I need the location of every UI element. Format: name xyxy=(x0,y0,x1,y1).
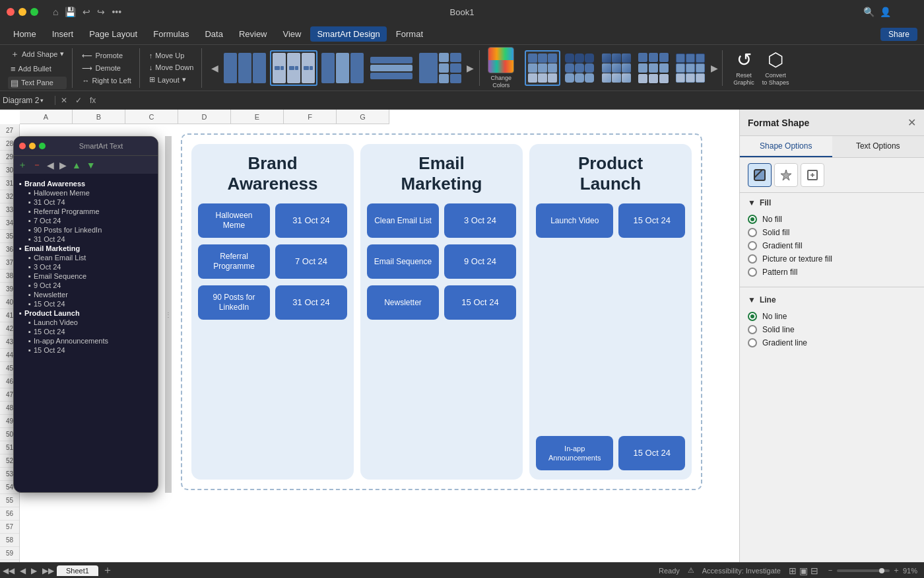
menu-formulas[interactable]: Formulas xyxy=(147,26,195,42)
close-button[interactable] xyxy=(7,8,15,16)
layout-thumb-3[interactable] xyxy=(319,50,366,86)
task-15oct24-launch[interactable]: 15 Oct 24 xyxy=(618,203,685,238)
tab-shape-options[interactable]: Shape Options xyxy=(740,136,832,157)
diagram-area[interactable]: BrandAwareness HalloweenMeme 31 Oct 24 R… xyxy=(172,124,713,497)
style-thumb-5[interactable] xyxy=(673,50,708,86)
share-icon[interactable]: 👤 xyxy=(880,7,891,17)
task-newsletter[interactable]: Newsletter xyxy=(367,285,439,320)
task-clean-email[interactable]: Clean Email List xyxy=(367,203,439,238)
layout-thumb-5[interactable] xyxy=(416,50,464,86)
sheet-prev-single[interactable]: ◀ xyxy=(17,566,28,575)
page-break-icon[interactable]: ⊟ xyxy=(810,565,818,576)
right-to-left-button[interactable]: ↔ Right to Left xyxy=(79,75,133,86)
style-thumb-4[interactable] xyxy=(636,50,671,86)
add-bullet-button[interactable]: ≡ Add Bullet xyxy=(8,63,67,75)
menu-view[interactable]: View xyxy=(277,26,308,42)
move-up-button[interactable]: ↑ Move Up xyxy=(147,50,197,61)
tab-text-options[interactable]: Text Options xyxy=(832,136,925,157)
task-inapp[interactable]: In-appAnnouncements xyxy=(536,436,613,470)
add-sheet-button[interactable]: ＋ xyxy=(98,563,117,577)
normal-view-icon[interactable]: ⊞ xyxy=(789,565,797,576)
add-shape-button[interactable]: ＋ Add Shape ▾ xyxy=(8,47,67,61)
tp-up-icon[interactable]: ▲ xyxy=(72,160,81,170)
search-icon[interactable]: 🔍 xyxy=(863,7,874,17)
formula-x-icon[interactable]: ✕ xyxy=(58,96,70,105)
layout-thumb-2[interactable] xyxy=(270,50,317,86)
promote-button[interactable]: ⟵ Promote xyxy=(79,50,133,61)
tp-max-dot[interactable] xyxy=(39,143,46,149)
pattern-fill-radio[interactable] xyxy=(748,268,757,277)
menu-review[interactable]: Review xyxy=(232,26,274,42)
tp-down-icon[interactable]: ▼ xyxy=(86,160,96,170)
sheet-prev-button[interactable]: ◀◀ xyxy=(0,566,17,575)
col-header-g[interactable]: G xyxy=(337,110,389,124)
menu-page-layout[interactable]: Page Layout xyxy=(82,26,144,42)
fill-no-fill[interactable]: No fill xyxy=(748,213,916,226)
sheet-next-button[interactable]: ▶▶ xyxy=(40,566,57,575)
redo-icon[interactable]: ↪ xyxy=(97,7,105,17)
solid-line-radio[interactable] xyxy=(748,325,757,334)
undo-icon[interactable]: ↩ xyxy=(82,7,90,17)
menu-smartart-design[interactable]: SmartArt Design xyxy=(310,26,386,42)
line-no-line[interactable]: No line xyxy=(748,310,916,323)
formula-check-icon[interactable]: ✓ xyxy=(73,96,84,105)
zoom-out-button[interactable]: － xyxy=(826,565,834,576)
layout-thumb-4[interactable] xyxy=(368,50,415,86)
sheet-next-single[interactable]: ▶ xyxy=(28,566,40,575)
col-header-c[interactable]: C xyxy=(125,110,178,124)
demote-button[interactable]: ⟶ Demote xyxy=(79,63,133,74)
fill-picture[interactable]: Picture or texture fill xyxy=(748,252,916,266)
formula-input[interactable] xyxy=(101,96,921,105)
share-button[interactable]: Share xyxy=(880,28,917,41)
line-gradient[interactable]: Gradient line xyxy=(748,336,916,349)
zoom-slider[interactable] xyxy=(837,569,890,572)
move-down-button[interactable]: ↓ Move Down xyxy=(147,62,197,73)
no-line-radio[interactable] xyxy=(748,312,757,321)
task-halloween-meme[interactable]: HalloweenMeme xyxy=(198,203,270,238)
sheet-tab-1[interactable]: Sheet1 xyxy=(57,565,98,576)
menu-insert[interactable]: Insert xyxy=(46,26,81,42)
col-header-a[interactable]: A xyxy=(20,110,73,124)
more-icon[interactable]: ••• xyxy=(112,7,121,17)
effects-icon-btn[interactable] xyxy=(774,163,798,187)
task-15oct24-email[interactable]: 15 Oct 24 xyxy=(444,285,516,320)
task-31oct24-2[interactable]: 31 Oct 24 xyxy=(275,285,347,320)
task-9oct24[interactable]: 9 Oct 24 xyxy=(444,244,516,279)
solid-fill-radio[interactable] xyxy=(748,228,757,237)
gradient-fill-radio[interactable] xyxy=(748,241,757,250)
task-3oct24[interactable]: 3 Oct 24 xyxy=(444,203,516,238)
task-launch-video[interactable]: Launch Video xyxy=(536,203,613,238)
style-thumb-1[interactable] xyxy=(525,50,560,86)
task-90posts[interactable]: 90 Posts forLinkedIn xyxy=(198,285,270,320)
maximize-button[interactable] xyxy=(30,8,38,16)
line-section-header[interactable]: ▼ Line xyxy=(748,295,916,305)
tp-remove-icon[interactable]: － xyxy=(32,159,42,171)
convert-shapes-button[interactable]: ⬡ Convertto Shapes xyxy=(760,46,792,89)
style-thumb-3[interactable] xyxy=(599,50,634,86)
save-icon[interactable]: 💾 xyxy=(65,7,76,17)
task-15oct24-inapp[interactable]: 15 Oct 24 xyxy=(618,436,685,470)
task-email-sequence[interactable]: Email Sequence xyxy=(367,244,439,279)
fill-line-icon-btn[interactable] xyxy=(748,163,772,187)
reset-graphic-button[interactable]: ↺ ResetGraphic xyxy=(731,46,757,89)
zoom-in-button[interactable]: ＋ xyxy=(892,565,900,576)
task-7oct24[interactable]: 7 Oct 24 xyxy=(275,244,347,279)
size-icon-btn[interactable] xyxy=(801,163,824,187)
tp-add-icon[interactable]: ＋ xyxy=(18,159,27,171)
layout-prev-button[interactable]: ◀ xyxy=(210,63,220,73)
col-header-f[interactable]: F xyxy=(284,110,337,124)
fill-gradient[interactable]: Gradient fill xyxy=(748,239,916,252)
tp-right-icon[interactable]: ▶ xyxy=(59,160,67,170)
resize-handle[interactable]: ⋮ xyxy=(165,136,172,493)
tp-min-dot[interactable] xyxy=(29,143,36,149)
picture-fill-radio[interactable] xyxy=(748,254,757,264)
tp-left-icon[interactable]: ◀ xyxy=(47,160,54,170)
task-31oct24-1[interactable]: 31 Oct 24 xyxy=(275,203,347,238)
tp-close-dot[interactable] xyxy=(19,143,26,149)
col-header-d[interactable]: D xyxy=(178,110,231,124)
page-layout-icon[interactable]: ▣ xyxy=(799,565,808,576)
menu-home[interactable]: Home xyxy=(7,26,43,42)
layout-button[interactable]: ⊞ Layout ▾ xyxy=(147,74,197,85)
change-colors-button[interactable]: ChangeColors xyxy=(484,44,518,92)
no-fill-radio[interactable] xyxy=(748,215,757,224)
